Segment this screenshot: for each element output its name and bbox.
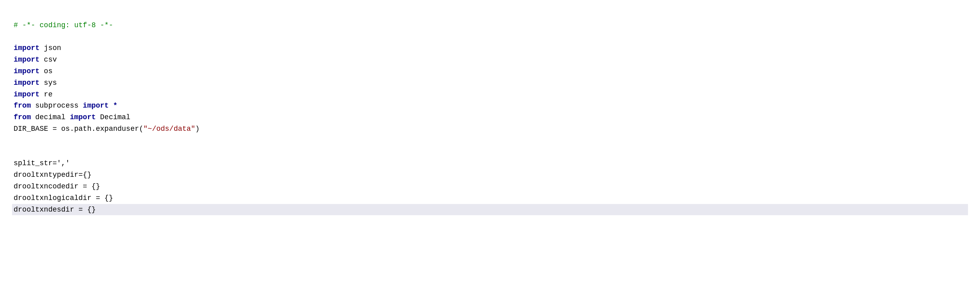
code-token-plain (109, 102, 113, 110)
code-line: drooltxnlogicaldir = {} (12, 192, 968, 204)
code-token-kw-import: import (14, 79, 40, 87)
code-editor: # -*- coding: utf-8 -*- import jsonimpor… (12, 8, 968, 215)
code-token-kw-import: import (70, 113, 96, 121)
code-line (12, 135, 968, 146)
code-token-comment: # -*- coding: utf-8 -*- (14, 21, 113, 29)
code-line: drooltxndesdir = {} (12, 204, 968, 216)
code-line: # -*- coding: utf-8 -*- (12, 20, 968, 31)
code-line: drooltxncodedir = {} (12, 181, 968, 192)
code-token-plain: re (40, 90, 52, 98)
code-token-kw-import: import (14, 56, 40, 64)
code-line (12, 31, 968, 43)
code-line: split_str=',' (12, 158, 968, 169)
code-line: import os (12, 66, 968, 77)
code-token-kw-import: import (14, 90, 40, 98)
code-token-plain: ) (195, 125, 200, 133)
code-token-plain: Decimal (96, 113, 130, 121)
code-token-kw-import: import (14, 44, 40, 52)
code-token-plain: subprocess (31, 102, 83, 110)
code-token-kw-import: import (83, 102, 109, 110)
code-token-plain: drooltxnlogicaldir = {} (14, 194, 113, 202)
code-line: import sys (12, 77, 968, 89)
code-line: import csv (12, 54, 968, 66)
code-line: drooltxntypedir={} (12, 169, 968, 181)
code-token-plain: drooltxndesdir = {} (14, 206, 96, 214)
code-line: import json (12, 42, 968, 54)
code-token-kw-import: import (14, 67, 40, 75)
code-line: from subprocess import * (12, 100, 968, 112)
code-line (12, 146, 968, 158)
code-token-plain: sys (40, 79, 57, 87)
code-token-plain: drooltxntypedir={} (14, 171, 91, 179)
code-token-plain: json (40, 44, 61, 52)
code-token-plain: split_str=',' (14, 159, 70, 167)
code-line: from decimal import Decimal (12, 112, 968, 123)
code-token-plain: os (40, 67, 52, 75)
code-line: DIR_BASE = os.path.expanduser("~/ods/dat… (12, 123, 968, 135)
code-token-kw-from: from (14, 102, 31, 110)
code-token-plain: drooltxncodedir = {} (14, 182, 100, 190)
code-token-kw-star: * (113, 102, 117, 110)
code-token-plain: csv (40, 56, 57, 64)
code-token-string: "~/ods/data" (143, 125, 195, 133)
code-token-plain: DIR_BASE = os.path.expanduser( (14, 125, 143, 133)
code-token-plain: decimal (31, 113, 70, 121)
code-line: import re (12, 89, 968, 100)
code-token-kw-from: from (14, 113, 31, 121)
